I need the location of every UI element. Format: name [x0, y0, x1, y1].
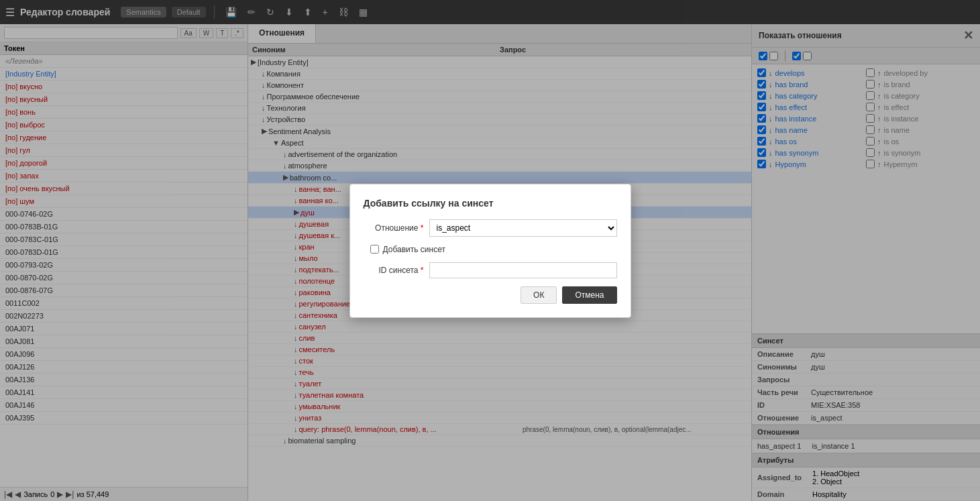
synset-id-required-mark: *: [421, 266, 424, 275]
add-synset-link-dialog: Добавить ссылку на синсет Отношение * is…: [349, 184, 631, 318]
synset-id-row: ID синсета *: [364, 262, 617, 278]
relation-select[interactable]: is_aspect has_aspect is_instance has_ins…: [429, 219, 617, 237]
relation-field-label: Отношение *: [364, 223, 424, 233]
relation-row: Отношение * is_aspect has_aspect is_inst…: [364, 219, 617, 237]
dialog-overlay: Добавить ссылку на синсет Отношение * is…: [0, 0, 980, 501]
add-synset-checkbox[interactable]: [370, 245, 379, 254]
dialog-buttons: ОК Отмена: [364, 286, 617, 304]
add-synset-checkbox-row: Добавить синсет: [364, 245, 617, 254]
dialog-title: Добавить ссылку на синсет: [364, 198, 617, 209]
synset-id-input[interactable]: [429, 262, 617, 278]
cancel-button[interactable]: Отмена: [562, 286, 616, 304]
ok-button[interactable]: ОК: [521, 286, 557, 304]
add-synset-label: Добавить синсет: [383, 245, 445, 254]
relation-required-mark: *: [421, 223, 424, 233]
synset-id-field-label: ID синсета *: [364, 266, 424, 275]
